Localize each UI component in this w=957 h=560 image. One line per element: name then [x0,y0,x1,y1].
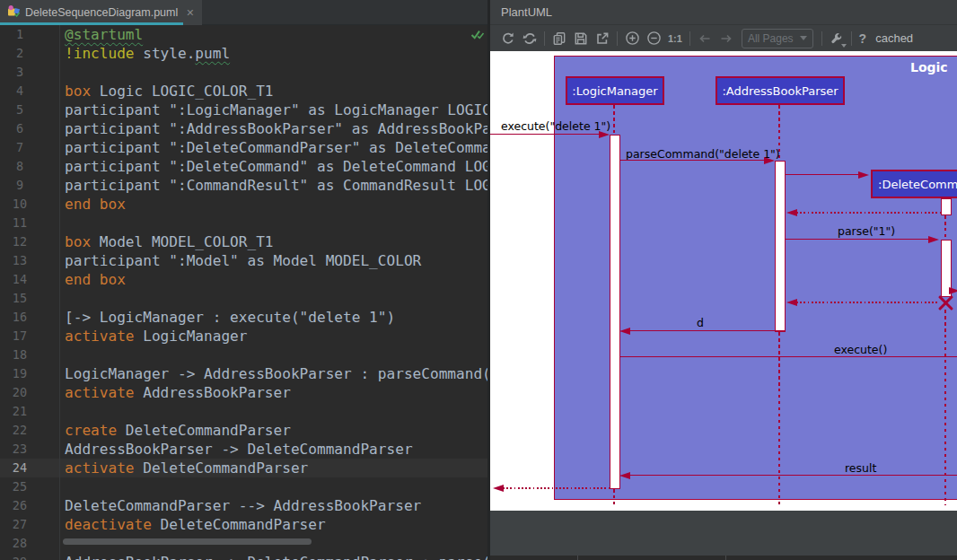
code-line[interactable]: 16[-> LogicManager : execute("delete 1") [0,308,487,327]
horizontal-scrollbar[interactable] [63,538,312,545]
message-label: parse("1") [838,224,895,238]
toolbar-separator [821,31,822,46]
line-number: 14 [0,270,40,289]
line-number: 3 [0,63,40,82]
plantuml-file-icon [7,4,20,21]
reload-now-icon[interactable] [522,31,538,46]
code-line[interactable]: 8participant ":DeleteCommand" as DeleteC… [0,157,487,176]
refresh-icon[interactable] [501,31,516,46]
code-line[interactable]: 15 [0,289,487,308]
sequence-diagram: Logic :LogicManager :AddressBookParser :… [490,51,957,511]
line-number: 2 [0,44,40,63]
code-line[interactable]: 11 [0,214,487,232]
arrowhead [786,209,797,216]
toolbar-separator [617,31,618,46]
code-line[interactable]: 12box Model MODEL_COLOR_T1 [0,232,487,251]
code-line[interactable]: 17activate LogicManager [0,327,487,346]
code-line[interactable]: 23AddressBookParser -> DeleteCommandPars… [0,440,487,459]
code-line[interactable]: 22create DeleteCommandParser [0,421,487,440]
destroy-x-icon [937,294,954,311]
lifeline-logic-manager [613,105,615,135]
code-line[interactable]: 13participant ":Model" as Model MODEL_CO… [0,251,487,270]
arrowhead [949,287,957,294]
code-line[interactable]: 21 [0,402,487,421]
code-line[interactable]: 19LogicManager -> AddressBookParser : pa… [0,364,487,383]
activation-logic-manager [610,135,620,489]
panel-title: PlantUML [501,0,552,24]
editor-tab-bar: DeleteSequenceDiagram.puml ✕ [0,0,487,25]
export-diagram-icon[interactable] [595,31,610,46]
arrowhead [619,472,630,479]
arrowhead [599,131,610,138]
page-selector-dropdown[interactable]: All Pages [742,29,813,48]
tab-delete-sequence-diagram[interactable]: DeleteSequenceDiagram.puml ✕ [0,0,202,25]
next-page-icon[interactable] [718,31,733,46]
inspections-ok-icon[interactable] [470,27,485,41]
plantuml-toolbar: 1:1 All Pages ? cached [490,25,957,51]
participant-address-book-parser[interactable]: :AddressBookParser [716,76,845,105]
message-arrow [629,475,957,476]
prev-page-icon[interactable] [697,31,712,46]
diagram-viewport[interactable]: Logic :LogicManager :AddressBookParser :… [490,51,957,556]
code-line[interactable]: 1@startuml [0,25,487,44]
code-line[interactable]: 29AddressBookParser -> DeleteCommandPars… [0,553,487,560]
participant-logic-manager[interactable]: :LogicManager [566,76,664,105]
line-number: 7 [0,138,40,157]
lifeline-delete-command-parser [944,310,946,505]
status-bar-strip [490,556,957,560]
code-line[interactable]: 26DeleteCommandParser --> AddressBookPar… [0,496,487,515]
line-number: 24 [0,459,40,477]
status-separator [725,556,726,560]
frame-title: Logic [910,60,948,74]
code-line[interactable]: 3 [0,63,487,82]
code-editor[interactable]: 1@startuml2!include style.puml34box Logi… [0,25,487,560]
save-diagram-icon[interactable] [574,31,589,46]
line-number: 26 [0,496,40,515]
participant-delete-command-parser[interactable]: :DeleteCommandParser [871,170,957,198]
code-line[interactable]: 14end box [0,270,487,289]
activation-delete-command-parser [941,198,952,215]
plantuml-panel: PlantUML [490,0,957,560]
lifeline-logic-manager [613,489,615,505]
return-arrow [503,487,610,489]
arrowhead [764,157,775,164]
line-number: 27 [0,515,40,534]
line-number: 12 [0,232,40,251]
toolbar-separator [851,31,852,46]
code-line[interactable]: 20activate AddressBookParser [0,383,487,402]
line-number: 6 [0,119,40,138]
arrowhead [858,171,869,179]
code-line[interactable]: 18 [0,346,487,364]
line-number: 19 [0,364,40,383]
line-number: 25 [0,477,40,496]
message-label: execute() [834,343,887,356]
ide-window: DeleteSequenceDiagram.puml ✕ 1@startuml2… [0,0,957,560]
settings-wrench-icon[interactable] [829,31,844,46]
message-arrow [619,160,767,161]
code-line[interactable]: 10end box [0,195,487,214]
line-number: 15 [0,289,40,308]
line-number: 17 [0,327,40,346]
message-label: d [697,316,704,329]
return-arrow [796,212,941,214]
message-arrow [629,330,785,331]
code-line[interactable]: 5participant ":LogicManager" as LogicMan… [0,101,487,119]
code-line[interactable]: 27deactivate DeleteCommandParser [0,515,487,534]
code-line[interactable]: 24activate DeleteCommandParser [0,459,487,477]
code-line[interactable]: 25 [0,477,487,496]
tab-close-icon[interactable]: ✕ [186,7,194,19]
code-line[interactable]: 4box Logic LOGIC_COLOR_T1 [0,82,487,101]
code-line[interactable]: 7participant ":DeleteCommandParser" as D… [0,138,487,157]
line-number: 28 [0,534,40,553]
code-line[interactable]: 2!include style.puml [0,44,487,63]
help-icon[interactable]: ? [859,31,867,46]
zoom-in-icon[interactable] [625,31,640,46]
message-label: execute("delete 1") [501,119,610,133]
page-selector-value: All Pages [748,32,794,45]
code-line[interactable]: 6participant ":AddressBookParser" as Add… [0,119,487,138]
line-number: 4 [0,82,40,101]
code-line[interactable]: 9participant ":CommandResult" as Command… [0,176,487,195]
zoom-actual-size-button[interactable]: 1:1 [668,33,682,44]
zoom-out-icon[interactable] [646,31,662,46]
copy-diagram-icon[interactable] [552,31,567,46]
